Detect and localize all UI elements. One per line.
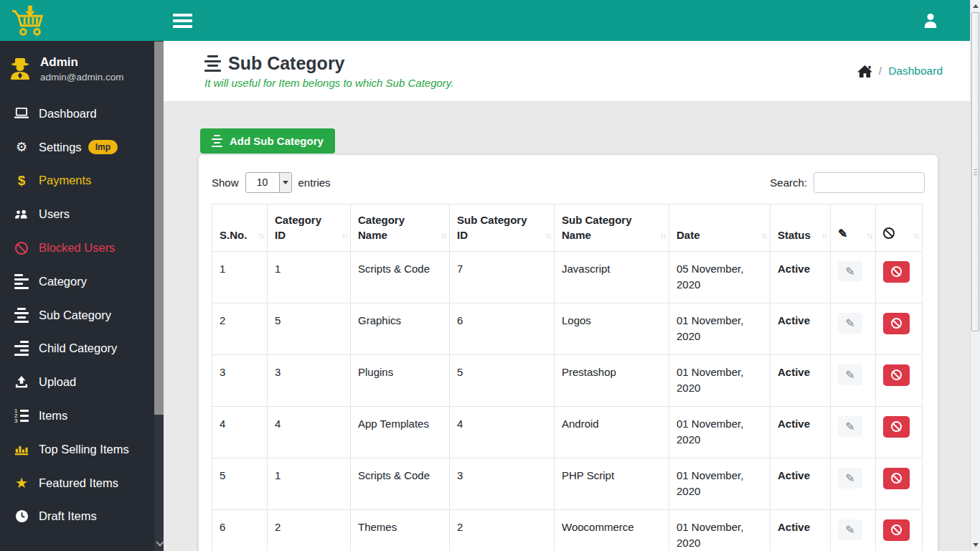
sidebar-item-label: Category — [39, 275, 87, 288]
cell-sub-category-name: Logos — [555, 303, 669, 354]
sidebar: Admin admin@admin.com Dashboard ⚙ Settin… — [0, 0, 164, 551]
page-header: Sub Category It will useful for Item bel… — [164, 41, 970, 101]
add-sub-category-button[interactable]: Add Sub Category — [200, 128, 335, 154]
cell-sub-category-name: Woocommerce — [555, 509, 669, 551]
sidebar-item-category[interactable]: Category — [0, 265, 164, 298]
align-center-icon — [12, 308, 31, 323]
block-button[interactable] — [883, 364, 910, 386]
block-button[interactable] — [883, 261, 910, 283]
main-area: Sub Category It will useful for Item bel… — [164, 0, 970, 551]
chevron-down-icon[interactable] — [279, 173, 291, 192]
sort-icon: ↑↓ — [821, 230, 826, 241]
table-row: 6 2 Themes 2 Woocommerce 01 November, 20… — [212, 509, 923, 551]
status-badge: Active — [771, 458, 831, 509]
status-badge: Active — [771, 509, 831, 551]
upload-icon — [12, 376, 31, 389]
cell-sub-category-id: 5 — [450, 354, 555, 406]
col-date[interactable]: Date↑↓ — [669, 204, 771, 251]
list-ol-icon: 1 2 3 — [12, 410, 31, 423]
cell-sub-category-id: 4 — [450, 406, 555, 458]
col-sub-category-name[interactable]: Sub Category Name↑↓ — [555, 204, 669, 251]
col-category-id[interactable]: Category ID↑↓ — [268, 204, 351, 251]
sidebar-item-blocked-users[interactable]: Blocked Users — [0, 231, 164, 265]
edit-button[interactable]: ✎ — [838, 416, 862, 437]
ban-icon — [891, 318, 902, 329]
user-icon[interactable] — [923, 12, 938, 29]
col-status[interactable]: Status↑↓ — [771, 204, 831, 251]
align-center-icon — [212, 135, 222, 148]
ban-icon — [891, 369, 902, 380]
cell-sub-category-name: Prestashop — [555, 354, 669, 406]
ban-icon — [883, 227, 895, 239]
col-sub-category-id[interactable]: Sub Category ID↑↓ — [450, 204, 555, 251]
clock-icon — [12, 509, 31, 523]
show-label: Show — [212, 176, 239, 189]
sidebar-item-label: Sub Category — [39, 309, 111, 322]
scroll-down-arrow[interactable] — [973, 543, 979, 547]
edit-button[interactable]: ✎ — [838, 364, 862, 385]
sidebar-item-draft[interactable]: Draft Items — [0, 500, 164, 534]
edit-button[interactable]: ✎ — [838, 519, 862, 540]
edit-button[interactable]: ✎ — [838, 313, 862, 334]
cell-sub-category-name: Android — [555, 406, 669, 458]
pencil-icon: ✎ — [845, 523, 854, 537]
table-controls: Show 10 entries Search: — [212, 172, 925, 193]
scroll-up-arrow[interactable] — [973, 4, 979, 8]
col-block[interactable]: ↑↓ — [876, 204, 923, 251]
sidebar-item-top-selling[interactable]: Top Selling Items — [0, 433, 164, 466]
sort-icon: ↑↓ — [660, 230, 665, 241]
page-length-select[interactable]: 10 — [245, 172, 292, 193]
sidebar-item-users[interactable]: Users — [0, 197, 164, 231]
page-scrollbar-thumb[interactable] — [971, 12, 979, 331]
search-input[interactable] — [814, 172, 925, 193]
topbar — [164, 0, 970, 41]
content: Add Sub Category Show 10 entries Search: — [164, 101, 970, 551]
sidebar-item-child-category[interactable]: Child Category — [0, 332, 164, 366]
sort-icon: ↑↓ — [258, 230, 263, 241]
align-right-icon — [12, 341, 31, 356]
sidebar-scrollbar-thumb[interactable] — [154, 42, 164, 415]
page-length-value: 10 — [246, 173, 279, 192]
sidebar-item-dashboard[interactable]: Dashboard — [0, 97, 164, 131]
breadcrumb-separator: / — [879, 65, 882, 77]
cell-category-name: Scripts & Code — [351, 251, 450, 303]
bar-chart-icon — [12, 443, 31, 456]
edit-button[interactable]: ✎ — [838, 261, 862, 282]
table-row: 2 5 Graphics 6 Logos 01 November, 2020 A… — [212, 303, 923, 354]
pencil-icon: ✎ — [845, 471, 854, 485]
col-edit[interactable]: ✎↑↓ — [831, 204, 876, 251]
sidebar-item-label: Draft Items — [39, 509, 97, 523]
cell-date: 01 November, 2020 — [669, 458, 771, 509]
sidebar-item-upload[interactable]: Upload — [0, 365, 164, 399]
cell-sno: 1 — [212, 251, 268, 303]
cell-category-name: Scripts & Code — [351, 458, 450, 509]
sidebar-item-featured[interactable]: ★ Featured Items — [0, 466, 164, 500]
ban-icon — [891, 266, 902, 277]
sidebar-scrollbar[interactable] — [154, 41, 164, 551]
app-logo[interactable] — [0, 0, 164, 41]
sidebar-item-payments[interactable]: $ Payments — [0, 164, 164, 198]
block-button[interactable] — [883, 416, 910, 438]
cell-category-id: 1 — [268, 458, 351, 509]
chevron-down-icon[interactable] — [156, 540, 162, 545]
block-button[interactable] — [883, 519, 910, 541]
home-icon[interactable] — [857, 65, 872, 78]
cart-arrow-down-icon — [11, 4, 47, 37]
cell-sno: 5 — [212, 458, 268, 509]
col-category-name[interactable]: Category Name↑↓ — [351, 204, 450, 251]
breadcrumb-dashboard-link[interactable]: Dashboard — [888, 65, 943, 77]
hamburger-icon[interactable] — [173, 14, 192, 28]
sidebar-item-settings[interactable]: ⚙ Settings Imp — [0, 131, 164, 164]
user-secret-icon — [9, 57, 32, 81]
sidebar-item-label: Users — [39, 207, 70, 221]
sidebar-item-sub-category[interactable]: Sub Category — [0, 298, 164, 332]
col-sno[interactable]: S.No.↑↓ — [212, 204, 268, 251]
table-row: 5 1 Scripts & Code 3 PHP Script 01 Novem… — [212, 458, 923, 509]
sidebar-item-label: Payments — [39, 174, 91, 187]
page-scrollbar[interactable] — [970, 0, 980, 551]
edit-button[interactable]: ✎ — [838, 468, 862, 489]
block-button[interactable] — [883, 313, 910, 334]
block-button[interactable] — [883, 468, 910, 489]
align-center-icon — [204, 55, 221, 72]
sidebar-item-items[interactable]: 1 2 3 Items — [0, 399, 164, 433]
